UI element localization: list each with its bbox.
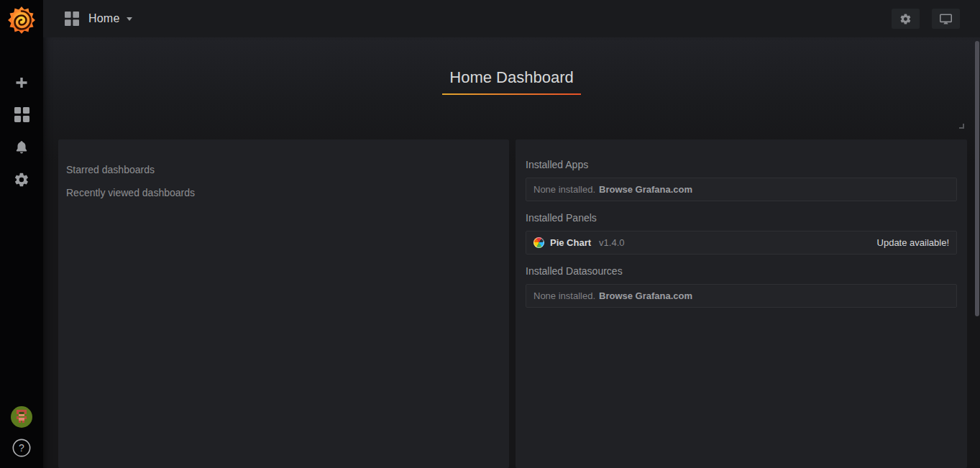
- dashboard-picker-grid-icon: [65, 12, 79, 26]
- alerting-bell-icon: [14, 139, 29, 155]
- svg-text:?: ?: [19, 442, 24, 454]
- browse-grafana-link[interactable]: Browse Grafana.com: [599, 290, 692, 301]
- dashboard-settings-gear-icon: [899, 13, 912, 25]
- navbar: Home: [43, 0, 980, 37]
- dashboard-settings-button[interactable]: [892, 9, 920, 29]
- plugin-name: Pie Chart: [550, 237, 591, 248]
- sidebar-item-configuration[interactable]: [0, 163, 43, 196]
- dashboard-list-panel: Starred dashboards Recently viewed dashb…: [58, 139, 509, 468]
- dashboard-canvas: Home Dashboard Starred dashboards Recent…: [43, 37, 980, 468]
- section-title-installed-apps: Installed Apps: [526, 159, 957, 170]
- pie-chart-icon: [533, 237, 544, 248]
- grafana-logo-icon: [7, 6, 36, 35]
- vertical-scrollbar[interactable]: [975, 41, 979, 316]
- chevron-down-icon: [127, 17, 132, 21]
- installed-datasources-empty-row: None installed. Browse Grafana.com: [526, 284, 957, 308]
- plugin-version: v1.4.0: [599, 237, 624, 248]
- sidebar-item-help[interactable]: ?: [12, 438, 32, 458]
- update-available-link[interactable]: Update available!: [877, 237, 949, 248]
- configuration-gear-icon: [14, 172, 29, 188]
- browse-grafana-link[interactable]: Browse Grafana.com: [599, 184, 692, 195]
- installed-apps-empty-row: None installed. Browse Grafana.com: [526, 178, 957, 201]
- sidebar-item-profile[interactable]: [11, 406, 32, 428]
- user-avatar: [11, 406, 32, 428]
- none-installed-text: None installed.: [533, 184, 595, 195]
- grafana-app: ? Home: [0, 0, 980, 468]
- sidebar-menu: [0, 66, 43, 196]
- cycle-view-mode-icon: [939, 13, 953, 25]
- plugin-list-panel: Installed Apps None installed. Browse Gr…: [516, 139, 967, 468]
- section-title-installed-datasources: Installed Datasources: [526, 265, 957, 277]
- dashboard-picker-button[interactable]: Home: [65, 12, 132, 26]
- sidebar-bottom: ?: [11, 406, 32, 458]
- header-panel: Home Dashboard: [43, 37, 980, 95]
- sidebar-item-dashboards[interactable]: [0, 98, 43, 131]
- sidebar: ?: [0, 0, 43, 468]
- dashboard-title: Home Dashboard: [442, 68, 580, 95]
- none-installed-text: None installed.: [533, 290, 595, 301]
- plus-icon: [14, 75, 29, 90]
- sidebar-item-alerting[interactable]: [0, 131, 43, 163]
- panel-resize-grip[interactable]: [959, 124, 964, 129]
- grafana-logo[interactable]: [0, 0, 43, 40]
- help-icon: ?: [12, 438, 32, 458]
- recent-dashboards-header[interactable]: Recently viewed dashboards: [66, 181, 501, 204]
- cycle-view-mode-button[interactable]: [932, 9, 960, 29]
- section-title-installed-panels: Installed Panels: [526, 212, 957, 224]
- sidebar-item-create[interactable]: [0, 66, 43, 98]
- plugin-row-pie-chart[interactable]: Pie Chart v1.4.0 Update available!: [526, 231, 957, 254]
- starred-dashboards-header[interactable]: Starred dashboards: [66, 158, 501, 181]
- current-dashboard-name: Home: [88, 12, 119, 25]
- dashboards-icon: [14, 107, 29, 122]
